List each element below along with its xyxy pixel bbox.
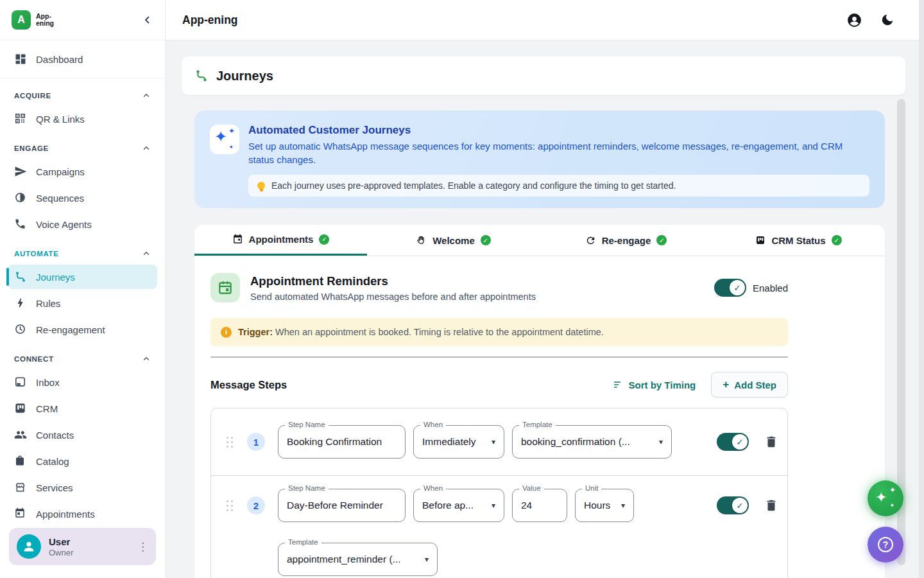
add-step-button[interactable]: + Add Step bbox=[711, 372, 788, 398]
tab-label: Appointments bbox=[249, 234, 314, 245]
trash-icon[interactable] bbox=[764, 435, 778, 449]
field-label: When bbox=[420, 421, 446, 428]
dropdown-caret-icon: ▾ bbox=[486, 437, 495, 446]
tab-re-engage[interactable]: Re-engage ✓ bbox=[540, 225, 712, 256]
field-value: booking_confirmation (... bbox=[521, 436, 630, 448]
check-badge-icon: ✓ bbox=[319, 234, 329, 245]
sparkle-glyph: ✦ bbox=[889, 503, 894, 509]
main-content: Journeys ✦ ✦ ✦ Automated Customer Journe… bbox=[166, 41, 924, 578]
toggle-knob: ✓ bbox=[732, 434, 748, 450]
sidebar-item-label: QR & Links bbox=[36, 114, 85, 125]
tab-welcome[interactable]: Welcome ✓ bbox=[367, 225, 540, 256]
sidebar-nav: Dashboard ACQUIRE QR & Links ENGAGE Camp… bbox=[0, 40, 165, 520]
sidebar-collapse-icon[interactable] bbox=[142, 14, 153, 26]
step-name-input[interactable]: Step Name Booking Confirmation bbox=[278, 425, 406, 459]
sidebar-item-contacts[interactable]: Contacts bbox=[8, 423, 157, 447]
sidebar-item-label: Catalog bbox=[36, 456, 69, 467]
kebab-menu-icon[interactable]: ⋮ bbox=[137, 540, 148, 554]
calendar-icon bbox=[232, 234, 243, 245]
appointments-section: Appointment Reminders Send automated Wha… bbox=[194, 256, 788, 578]
sidebar-section-automate[interactable]: AUTOMATE bbox=[8, 243, 157, 265]
chevron-up-icon bbox=[142, 144, 151, 153]
step-enabled-toggle[interactable]: ✓ bbox=[717, 496, 749, 514]
waving-hand-icon bbox=[416, 235, 427, 246]
template-select[interactable]: Template appointment_reminder (... ▾ bbox=[278, 543, 438, 576]
sidebar-section-acquire[interactable]: ACQUIRE bbox=[8, 85, 157, 107]
sidebar-item-sequences[interactable]: Sequences bbox=[8, 186, 157, 210]
page-title: Journeys bbox=[216, 69, 273, 83]
sidebar-item-services[interactable]: Services bbox=[8, 475, 157, 500]
logo-letter: A bbox=[17, 14, 25, 26]
value-input[interactable]: Value 24 bbox=[512, 489, 567, 522]
lightbulb-icon bbox=[257, 182, 265, 189]
tab-label: CRM Status bbox=[771, 235, 825, 246]
sparkle-glyph: ✦ bbox=[228, 144, 234, 150]
sidebar-item-crm[interactable]: CRM bbox=[8, 396, 157, 421]
sidebar-section-engage[interactable]: ENGAGE bbox=[8, 137, 157, 159]
refresh-icon bbox=[585, 235, 596, 246]
drag-handle-icon[interactable] bbox=[227, 437, 234, 448]
sidebar-item-label: CRM bbox=[36, 403, 58, 414]
avatar bbox=[17, 534, 41, 559]
sidebar-item-inbox[interactable]: Inbox bbox=[8, 370, 157, 394]
sidebar-item-label: Voice Agents bbox=[36, 219, 92, 230]
app-logo: A bbox=[12, 10, 31, 30]
section-title: ENGAGE bbox=[14, 144, 49, 152]
calendar-icon bbox=[14, 507, 27, 520]
ai-assistant-button[interactable]: ✦ ✦ ✦ bbox=[868, 480, 903, 516]
unit-select[interactable]: Unit Hours ▾ bbox=[575, 489, 634, 522]
step-row-2: 2 Step Name Day-Before Reminder When Bef… bbox=[211, 475, 787, 578]
tab-appointments[interactable]: Appointments ✓ bbox=[194, 225, 367, 256]
trigger-label: Trigger: bbox=[238, 327, 273, 337]
sort-by-timing-button[interactable]: Sort by Timing bbox=[613, 380, 696, 390]
sparkle-glyph: ✦ bbox=[889, 486, 896, 494]
account-icon[interactable] bbox=[846, 12, 862, 28]
step-enabled-toggle[interactable]: ✓ bbox=[717, 433, 749, 451]
sidebar-item-label: Dashboard bbox=[36, 54, 83, 65]
enabled-toggle[interactable]: ✓ bbox=[714, 279, 746, 297]
sort-icon bbox=[613, 380, 623, 390]
dropdown-caret-icon: ▾ bbox=[616, 501, 625, 510]
sidebar-item-campaigns[interactable]: Campaigns bbox=[8, 159, 157, 184]
step-number: 2 bbox=[247, 496, 265, 514]
sidebar-item-re-engagement[interactable]: Re-engagement bbox=[8, 317, 157, 342]
page-title-bar: Journeys bbox=[182, 57, 905, 95]
shopping-bag-icon bbox=[14, 455, 27, 468]
sidebar-divider bbox=[0, 78, 165, 78]
sidebar-section-connect[interactable]: CONNECT bbox=[8, 348, 157, 370]
window-scrollbar[interactable] bbox=[919, 0, 924, 578]
user-role: Owner bbox=[49, 548, 73, 557]
sidebar-item-rules[interactable]: Rules bbox=[8, 291, 157, 315]
sidebar-item-label: Re-engagement bbox=[36, 324, 105, 335]
message-steps-title: Message Steps bbox=[210, 379, 287, 391]
divider bbox=[210, 356, 788, 358]
sidebar-item-dashboard[interactable]: Dashboard bbox=[8, 47, 157, 71]
user-card[interactable]: User Owner ⋮ bbox=[9, 528, 156, 565]
trash-icon[interactable] bbox=[764, 498, 778, 512]
template-select[interactable]: Template booking_confirmation (... ▾ bbox=[512, 425, 672, 459]
sidebar-item-catalog[interactable]: Catalog bbox=[8, 449, 157, 473]
sidebar-item-qr-links[interactable]: QR & Links bbox=[8, 107, 157, 131]
field-value: Booking Confirmation bbox=[287, 436, 382, 448]
journeys-card: Appointments ✓ Welcome ✓ Re-engage ✓ CRM… bbox=[194, 225, 885, 578]
plus-icon: + bbox=[723, 378, 729, 391]
section-title: Appointment Reminders bbox=[250, 274, 536, 288]
step-name-input[interactable]: Step Name Day-Before Reminder bbox=[278, 489, 406, 522]
drag-handle-icon[interactable] bbox=[227, 500, 234, 511]
dropdown-caret-icon: ▾ bbox=[486, 501, 495, 510]
tab-crm-status[interactable]: CRM Status ✓ bbox=[712, 225, 885, 256]
field-value: Immediately bbox=[422, 436, 476, 448]
sidebar-item-label: Campaigns bbox=[36, 166, 85, 177]
when-select[interactable]: When Immediately ▾ bbox=[413, 425, 504, 459]
when-select[interactable]: When Before ap... ▾ bbox=[413, 489, 504, 522]
tab-label: Welcome bbox=[432, 235, 475, 246]
people-icon bbox=[14, 428, 27, 441]
sparkles-icon: ✦ ✦ ✦ bbox=[210, 125, 239, 154]
dark-mode-moon-icon[interactable] bbox=[880, 13, 894, 27]
help-button[interactable]: ? bbox=[868, 527, 903, 563]
sidebar-item-journeys[interactable]: Journeys bbox=[8, 265, 157, 289]
sidebar-item-voice-agents[interactable]: Voice Agents bbox=[8, 212, 157, 236]
sidebar-item-label: Contacts bbox=[36, 430, 74, 441]
kanban-icon bbox=[14, 402, 27, 415]
sidebar-item-appointments[interactable]: Appointments bbox=[8, 502, 157, 520]
